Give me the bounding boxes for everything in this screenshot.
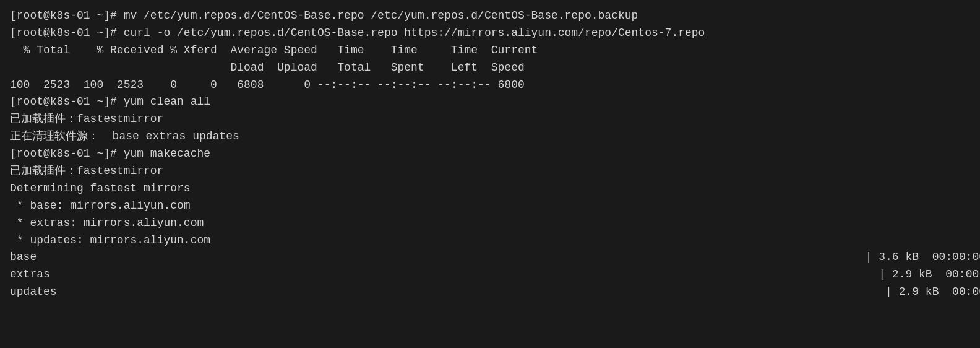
- cmd-curl-url[interactable]: https://mirrors.aliyun.com/repo/Centos-7…: [404, 27, 705, 39]
- cmd-yum-clean: [root@k8s-01 ~]# yum clean all: [10, 94, 970, 111]
- base-stats: | 3.6 kB 00:00:00: [37, 249, 980, 266]
- cmd-yum-makecache: [root@k8s-01 ~]# yum makecache: [10, 146, 970, 163]
- curl-data-row: 100 2523 100 2523 0 0 6808 0 --:--:-- --…: [10, 77, 970, 94]
- extras-row: extras | 2.9 kB 00:00:00: [10, 266, 970, 284]
- updates-row: updates | 2.9 kB 00:00:00: [10, 284, 970, 301]
- base-label: base: [10, 249, 37, 266]
- yum-plugin-load1: 已加载插件：fastestmirror: [10, 111, 970, 128]
- terminal-output: [root@k8s-01 ~]# mv /etc/yum.repos.d/Cen…: [10, 7, 970, 301]
- updates-label: updates: [10, 284, 57, 301]
- cmd-curl-prefix: [root@k8s-01 ~]# curl -o /etc/yum.repos.…: [10, 27, 404, 39]
- determining-mirrors: Determining fastest mirrors: [10, 180, 970, 198]
- cmd-mv-line: [root@k8s-01 ~]# mv /etc/yum.repos.d/Cen…: [10, 7, 970, 25]
- mirror-updates: * updates: mirrors.aliyun.com: [10, 232, 970, 250]
- mirror-base: * base: mirrors.aliyun.com: [10, 198, 970, 215]
- updates-stats: | 2.9 kB 00:00:00: [57, 284, 980, 301]
- extras-label: extras: [10, 266, 50, 284]
- base-row: base | 3.6 kB 00:00:00: [10, 249, 970, 266]
- curl-header2: Dload Upload Total Spent Left Speed: [10, 59, 970, 77]
- yum-cleaning: 正在清理软件源： base extras updates: [10, 128, 970, 146]
- curl-header1: % Total % Received % Xferd Average Speed…: [10, 42, 970, 59]
- extras-stats: | 2.9 kB 00:00:00: [50, 266, 980, 284]
- yum-plugin-load2: 已加载插件：fastestmirror: [10, 163, 970, 180]
- cmd-curl-line: [root@k8s-01 ~]# curl -o /etc/yum.repos.…: [10, 25, 970, 42]
- cache-progress-table: base | 3.6 kB 00:00:00 extras: [10, 249, 970, 301]
- mirror-extras: * extras: mirrors.aliyun.com: [10, 215, 970, 232]
